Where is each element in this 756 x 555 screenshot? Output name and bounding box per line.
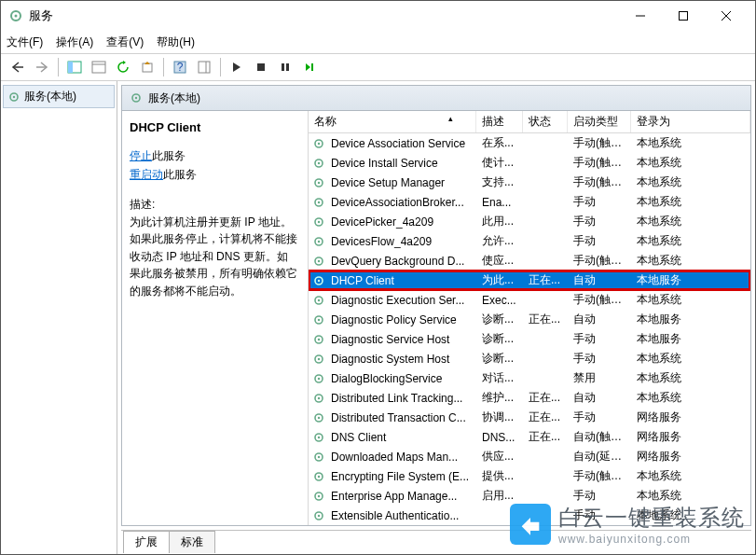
service-row[interactable]: DialogBlockingService对话...禁用本地系统 xyxy=(309,368,750,388)
help-button[interactable]: ? xyxy=(169,56,191,78)
stop-row: 停止此服务 xyxy=(130,147,298,164)
nav-back-button[interactable] xyxy=(7,56,29,78)
service-row[interactable]: DHCP Client为此...正在...自动本地服务 xyxy=(309,271,750,290)
stop-link[interactable]: 停止 xyxy=(130,149,152,162)
service-row[interactable]: DeviceAssociationBroker...Ena...手动本地系统 xyxy=(309,192,750,212)
console-header: 服务(本地) xyxy=(121,85,751,111)
cell-startup: 手动 xyxy=(570,214,633,229)
maximize-button[interactable] xyxy=(662,2,705,30)
list-rows[interactable]: Device Association Service在系...手动(触发...本… xyxy=(309,133,750,525)
service-row[interactable]: Device Install Service使计...手动(触发...本地系统 xyxy=(309,153,750,173)
svg-rect-10 xyxy=(92,62,105,73)
service-row[interactable]: Diagnostic System Host诊断...手动本地系统 xyxy=(309,349,750,368)
service-row[interactable]: Device Setup Manager支持...手动(触发...本地系统 xyxy=(309,173,750,192)
list-header: 名称 ▴ 描述 状态 启动类型 登录为 xyxy=(309,111,750,133)
restart-row: 重启动此服务 xyxy=(130,166,298,183)
start-service-button[interactable] xyxy=(226,56,248,78)
cell-startup: 自动 xyxy=(570,272,633,288)
close-button[interactable] xyxy=(705,2,748,30)
cell-startup: 手动(触发... xyxy=(570,135,633,151)
cell-startup: 手动 xyxy=(570,507,633,523)
export-button[interactable] xyxy=(136,56,158,78)
gear-icon xyxy=(310,157,327,170)
service-row[interactable]: Diagnostic Service Host诊断...手动本地服务 xyxy=(309,329,750,349)
tree-root-item[interactable]: 服务(本地) xyxy=(3,85,115,108)
cell-startup: 手动(触发... xyxy=(570,253,633,269)
nav-forward-button[interactable] xyxy=(31,56,53,78)
toolbar: ? xyxy=(1,53,755,81)
cell-name: DevicesFlow_4a209 xyxy=(327,235,478,248)
service-row[interactable]: Distributed Transaction C...协调...正在...手动… xyxy=(309,408,750,427)
service-row[interactable]: Enterprise App Manage...启用...手动本地系统 xyxy=(309,486,750,506)
cell-name: Diagnostic Policy Service xyxy=(327,313,478,326)
service-row[interactable]: Diagnostic Execution Ser...Exec...手动(触发.… xyxy=(309,290,750,310)
svg-point-62 xyxy=(318,494,320,496)
svg-rect-9 xyxy=(68,62,73,73)
cell-name: Diagnostic Execution Ser... xyxy=(327,294,478,307)
cell-name: DevicePicker_4a209 xyxy=(327,215,478,229)
pause-service-button[interactable] xyxy=(274,56,296,78)
col-startup[interactable]: 启动类型 xyxy=(568,111,631,132)
service-row[interactable]: Diagnostic Policy Service诊断...正在...自动本地服… xyxy=(309,310,750,329)
menu-view[interactable]: 查看(V) xyxy=(106,35,144,50)
svg-rect-17 xyxy=(257,63,265,71)
menu-action[interactable]: 操作(A) xyxy=(56,35,93,50)
gear-icon xyxy=(310,235,327,248)
cell-status: 正在... xyxy=(525,409,570,425)
restart-tail: 此服务 xyxy=(163,168,197,181)
svg-point-60 xyxy=(318,475,320,477)
service-row[interactable]: DevQuery Background D...使应...手动(触发...本地系… xyxy=(309,251,750,271)
cell-desc: 此用... xyxy=(478,214,525,229)
menu-file[interactable]: 文件(F) xyxy=(7,35,43,50)
restart-link[interactable]: 重启动 xyxy=(130,168,163,181)
service-row[interactable]: Device Association Service在系...手动(触发...本… xyxy=(309,133,750,153)
cell-logon: 本地服务 xyxy=(633,331,750,347)
cell-startup: 手动(触发... xyxy=(570,292,633,308)
cell-name: Diagnostic System Host xyxy=(327,353,478,366)
cell-logon: 本地系统 xyxy=(633,174,750,190)
cell-desc: 在系... xyxy=(478,135,525,151)
tab-standard[interactable]: 标准 xyxy=(169,531,215,553)
cell-name: Device Association Service xyxy=(327,137,478,150)
service-row[interactable]: DevicesFlow_4a209允许...手动本地系统 xyxy=(309,231,750,251)
cell-logon: 本地系统 xyxy=(633,351,750,367)
col-status[interactable]: 状态 xyxy=(523,111,568,132)
menu-help[interactable]: 帮助(H) xyxy=(157,35,195,50)
svg-point-64 xyxy=(318,514,320,516)
refresh-button[interactable] xyxy=(112,56,134,78)
service-row[interactable]: DevicePicker_4a209此用...手动本地系统 xyxy=(309,212,750,231)
properties-button[interactable] xyxy=(88,56,110,78)
show-hide-tree-button[interactable] xyxy=(63,56,86,78)
tree-pane[interactable]: 服务(本地) xyxy=(1,81,117,554)
service-row[interactable]: DNS ClientDNS...正在...自动(触发...网络服务 xyxy=(309,427,750,447)
svg-point-48 xyxy=(318,357,320,359)
cell-status: 正在... xyxy=(525,312,570,327)
action-pane-button[interactable] xyxy=(193,56,215,78)
col-logon[interactable]: 登录为 xyxy=(631,111,750,132)
cell-status: 正在... xyxy=(525,390,570,406)
desc-text: 为此计算机注册并更新 IP 地址。如果此服务停止，计算机将不能接收动态 IP 地… xyxy=(130,214,298,300)
toolbar-sep xyxy=(58,58,59,76)
svg-text:?: ? xyxy=(177,61,184,74)
tab-extended[interactable]: 扩展 xyxy=(123,531,170,553)
minimize-button[interactable] xyxy=(619,2,662,30)
cell-startup: 自动(延迟... xyxy=(570,449,633,465)
gear-icon xyxy=(310,372,327,385)
restart-service-button[interactable] xyxy=(298,56,321,78)
cell-desc: 维护... xyxy=(478,390,525,406)
cell-desc: 提供... xyxy=(478,468,525,484)
cell-desc: 允许... xyxy=(478,233,525,249)
svg-point-32 xyxy=(318,201,320,202)
col-desc[interactable]: 描述 xyxy=(476,111,523,132)
gear-icon xyxy=(310,255,327,268)
service-row[interactable]: Extensible Authenticatio...手动本地系统 xyxy=(309,506,750,525)
cell-desc: 为此... xyxy=(478,272,525,288)
cell-logon: 本地系统 xyxy=(633,194,750,210)
cell-logon: 本地系统 xyxy=(633,214,750,229)
stop-service-button[interactable] xyxy=(250,56,272,78)
svg-point-40 xyxy=(318,279,320,281)
svg-point-38 xyxy=(318,259,320,261)
service-row[interactable]: Encrypting File System (E...提供...手动(触发..… xyxy=(309,466,750,486)
service-row[interactable]: Distributed Link Tracking...维护...正在...自动… xyxy=(309,388,750,408)
service-row[interactable]: Downloaded Maps Man...供应...自动(延迟...网络服务 xyxy=(309,447,750,466)
